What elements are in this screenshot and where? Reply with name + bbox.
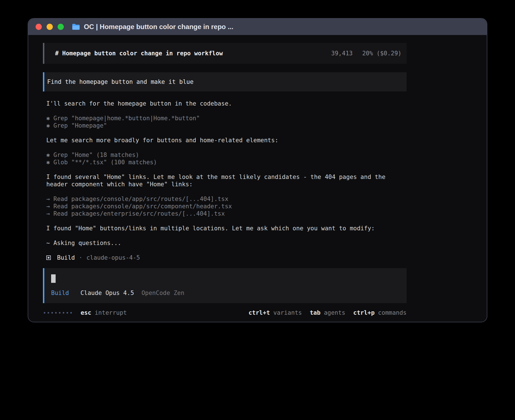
commands-key-hint: ctrl+p: [353, 309, 375, 316]
agents-label: agents: [324, 309, 345, 316]
separator-dot: ·: [79, 254, 82, 261]
token-count: 39,413: [331, 50, 353, 57]
agent-status-row: Build · claude-opus-4-5: [43, 254, 407, 261]
window-title: OC | Homepage button color change in rep…: [84, 23, 233, 31]
tool-call-grep: ✱ Grep "Home" (18 matches): [46, 151, 407, 159]
session-header: # Homepage button color change in repo w…: [43, 43, 407, 64]
context-usage: 20% ($0.29): [362, 50, 401, 57]
prompt-input[interactable]: Build Claude Opus 4.5 OpenCode Zen: [43, 268, 407, 303]
status-bar-right: ctrl+t variants tab agents ctrl+p comman…: [248, 309, 407, 316]
assistant-text-line: header component which have "Home" links…: [46, 181, 407, 188]
window-titlebar[interactable]: OC | Homepage button color change in rep…: [28, 19, 487, 35]
assistant-text-line: Let me search more broadly for buttons a…: [46, 137, 407, 144]
variants-key-hint: ctrl+t: [248, 309, 270, 316]
input-agent-label[interactable]: Build: [51, 290, 69, 296]
status-bar-left: •••••••• esc interrupt: [43, 309, 135, 316]
minimize-window-button[interactable]: [47, 24, 53, 30]
commands-label: commands: [378, 309, 407, 316]
session-title: # Homepage button color change in repo w…: [55, 50, 223, 57]
input-model-label[interactable]: Claude Opus 4.5: [80, 290, 134, 296]
esc-action-label: interrupt: [95, 309, 127, 316]
activity-dots: ••••••••: [43, 310, 73, 316]
session-stats: 39,413 20% ($0.29): [331, 50, 401, 57]
tool-call-read: → Read packages/console/app/src/routes/[…: [46, 195, 407, 203]
folder-icon: [72, 23, 80, 30]
agent-name: Build: [57, 254, 75, 261]
variants-label: variants: [273, 309, 302, 316]
assistant-text-line: I'll search for the homepage button in t…: [46, 100, 407, 107]
build-agent-icon: [46, 255, 51, 260]
user-message: Find the homepage button and make it blu…: [43, 72, 407, 91]
tool-call-grep: ✱ Grep "homepage|home.*button|Home.*butt…: [46, 115, 407, 122]
assistant-output: I'll search for the homepage button in t…: [43, 100, 407, 247]
traffic-lights: [36, 24, 64, 30]
assistant-text-line: I found several "Home" links. Let me loo…: [46, 173, 407, 181]
terminal-content: # Homepage button color change in repo w…: [28, 35, 487, 316]
status-bar: •••••••• esc interrupt ctrl+t variants t…: [43, 309, 407, 316]
tool-call-grep: ✱ Grep "Homepage": [46, 122, 407, 129]
close-window-button[interactable]: [36, 24, 42, 30]
agent-model: claude-opus-4-5: [86, 254, 140, 261]
input-provider-label: OpenCode Zen: [141, 290, 184, 296]
esc-key-hint: esc: [81, 309, 91, 316]
text-cursor: [51, 274, 56, 283]
tool-call-read: → Read packages/enterprise/src/routes/[.…: [46, 210, 407, 217]
user-message-text: Find the homepage button and make it blu…: [47, 78, 193, 85]
tool-call-glob: ✱ Glob "**/*.tsx" (100 matches): [46, 159, 407, 166]
asking-questions-status: ~ Asking questions...: [46, 239, 407, 247]
assistant-text-line: I found "Home" buttons/links in multiple…: [46, 225, 407, 232]
tool-call-read: → Read packages/console/app/src/componen…: [46, 203, 407, 210]
input-meta-row: Build Claude Opus 4.5 OpenCode Zen: [47, 290, 401, 296]
zoom-window-button[interactable]: [58, 24, 64, 30]
terminal-window: OC | Homepage button color change in rep…: [28, 18, 487, 322]
agents-key-hint: tab: [310, 309, 320, 316]
